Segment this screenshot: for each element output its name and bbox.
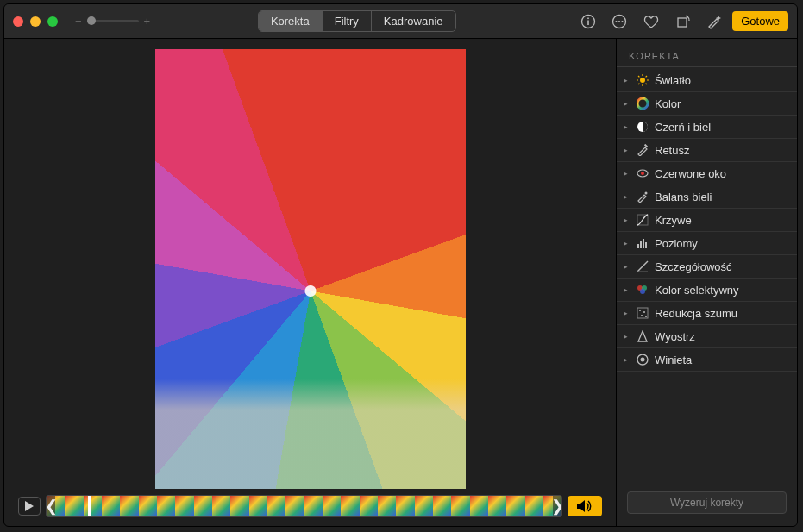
trim-start-handle[interactable]: ❮ [47, 496, 55, 516]
info-icon[interactable] [580, 14, 596, 29]
adjustment-row[interactable]: ▸Retusz [617, 139, 797, 162]
adjustment-row[interactable]: ▸Szczegółowość [617, 255, 797, 279]
svg-rect-2 [587, 17, 589, 19]
reset-adjustments-button[interactable]: Wyzeruj korekty [627, 491, 787, 514]
chevron-right-icon: ▸ [624, 169, 630, 178]
adjustment-label: Krzywe [655, 214, 692, 227]
svg-point-34 [641, 315, 643, 316]
vignette-icon [636, 353, 649, 366]
zoom-out-icon: − [75, 15, 82, 28]
favorite-icon[interactable] [643, 14, 660, 29]
adjustment-row[interactable]: ▸Poziomy [617, 232, 797, 255]
noise-icon [636, 306, 649, 320]
bw-icon [636, 120, 649, 134]
zoom-in-icon: + [144, 15, 151, 28]
chevron-right-icon: ▸ [624, 355, 630, 364]
svg-rect-1 [587, 20, 589, 25]
svg-point-33 [643, 311, 645, 313]
chevron-right-icon: ▸ [624, 99, 630, 108]
adjustments-list: ▸Światło▸Kolor▸Czerń i biel▸Retusz▸Czerw… [617, 69, 797, 483]
inspector-header: KOREKTA [617, 47, 797, 67]
svg-point-22 [645, 192, 648, 195]
rotate-icon[interactable] [675, 14, 691, 29]
done-button[interactable]: Gotowe [732, 11, 788, 31]
svg-line-15 [638, 84, 639, 84]
more-icon[interactable] [612, 14, 627, 29]
svg-line-13 [638, 76, 639, 77]
chevron-right-icon: ▸ [624, 216, 630, 224]
chevron-right-icon: ▸ [624, 239, 630, 247]
retouch-icon [636, 143, 649, 157]
adjustment-row[interactable]: ▸Światło [617, 69, 797, 92]
adjustment-label: Balans bieli [655, 191, 712, 203]
edit-mode-segmented: Korekta Filtry Kadrowanie [258, 10, 456, 32]
svg-point-32 [639, 310, 641, 311]
svg-rect-19 [644, 144, 648, 147]
svg-point-17 [637, 98, 648, 109]
adjustment-row[interactable]: ▸Balans bieli [617, 185, 797, 209]
tab-filters[interactable]: Filtry [322, 11, 371, 31]
svg-point-35 [645, 316, 647, 317]
svg-rect-7 [678, 18, 687, 27]
adjustment-label: Kolor [655, 97, 681, 110]
zoom-slider[interactable]: − + [75, 15, 150, 28]
chevron-right-icon: ▸ [624, 332, 630, 341]
svg-point-6 [622, 20, 624, 22]
tab-crop[interactable]: Kadrowanie [371, 11, 455, 31]
adjustment-label: Retusz [655, 144, 689, 157]
adjustment-label: Kolor selektywny [655, 284, 739, 297]
adjustment-row[interactable]: ▸Redukcja szumu [617, 302, 797, 325]
color-icon [636, 97, 649, 110]
svg-point-5 [618, 20, 620, 22]
adjustment-row[interactable]: ▸Wyostrz [617, 325, 797, 348]
svg-rect-27 [645, 242, 647, 248]
curves-icon [636, 213, 649, 227]
inspector-panel: KOREKTA ▸Światło▸Kolor▸Czerń i biel▸Retu… [616, 39, 797, 526]
close-window-button[interactable] [13, 16, 23, 27]
adjustment-row[interactable]: ▸Winieta [617, 348, 797, 372]
adjustment-label: Poziomy [655, 237, 698, 250]
timeline-row: ❮ ❯ [4, 495, 616, 517]
play-button[interactable] [18, 497, 41, 516]
adjustment-label: Światło [655, 74, 691, 87]
chevron-right-icon: ▸ [624, 146, 630, 154]
adjustment-row[interactable]: ▸Kolor [617, 92, 797, 116]
svg-point-37 [641, 358, 645, 362]
canvas-area: ❮ ❯ [4, 39, 616, 526]
chevron-right-icon: ▸ [624, 192, 630, 201]
app-window: − + Korekta Filtry Kadrowanie [3, 3, 798, 527]
adjustment-label: Redukcja szumu [655, 307, 737, 320]
timeline-scrubber[interactable]: ❮ ❯ [46, 495, 562, 517]
adjustment-row[interactable]: ▸Czerń i biel [617, 116, 797, 139]
svg-point-8 [640, 78, 645, 83]
content-area: ❮ ❯ KOREKTA ▸Światło▸Kolor▸Cz [4, 39, 797, 526]
adjustment-label: Wyostrz [655, 330, 695, 343]
redeye-icon [636, 166, 649, 180]
toolbar-right-icons [580, 14, 722, 29]
playhead[interactable] [88, 495, 91, 517]
adjustment-row[interactable]: ▸Kolor selektywny [617, 279, 797, 302]
adjustment-label: Szczegółowość [655, 260, 732, 273]
window-controls [13, 16, 58, 27]
svg-line-14 [646, 84, 647, 84]
svg-point-4 [616, 20, 618, 22]
chevron-right-icon: ▸ [624, 122, 630, 131]
chevron-right-icon: ▸ [624, 285, 630, 294]
svg-rect-26 [643, 239, 644, 248]
adjustment-label: Czerwone oko [655, 167, 726, 180]
audio-toggle-button[interactable] [568, 496, 602, 516]
adjustment-label: Winieta [655, 354, 692, 366]
adjustment-row[interactable]: ▸Czerwone oko [617, 162, 797, 185]
trim-end-handle[interactable]: ❯ [553, 496, 561, 516]
adjustment-row[interactable]: ▸Krzywe [617, 209, 797, 232]
fullscreen-window-button[interactable] [47, 16, 58, 27]
chevron-right-icon: ▸ [624, 262, 630, 271]
tab-adjust[interactable]: Korekta [259, 11, 322, 31]
wb-icon [636, 190, 649, 203]
svg-rect-25 [640, 241, 642, 248]
svg-point-21 [641, 172, 644, 175]
detail-icon [636, 260, 649, 273]
photo-preview[interactable] [155, 49, 466, 489]
minimize-window-button[interactable] [30, 16, 41, 27]
autoenhance-icon[interactable] [706, 14, 722, 29]
